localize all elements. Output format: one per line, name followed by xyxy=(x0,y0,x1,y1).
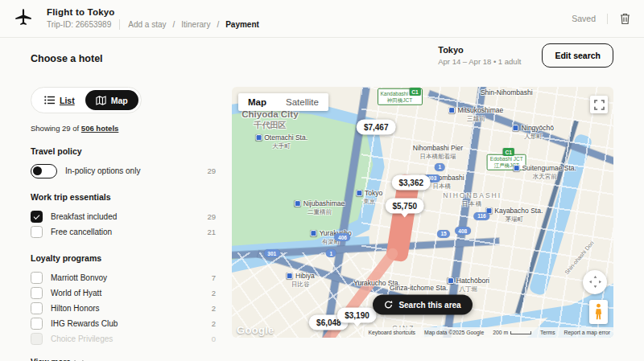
map-label: Hatchōbori八丁堀 xyxy=(448,277,489,294)
map-label: Suitengumae Sta.水天宮前 xyxy=(513,163,576,181)
list-view-label: List xyxy=(60,96,75,105)
checkbox[interactable] xyxy=(31,211,43,223)
edit-search-button[interactable]: Edit search xyxy=(542,43,613,68)
search-city: Tokyo xyxy=(438,44,521,56)
page-header: Choose a hotel Tokyo Apr 14 – Apr 18 • 1… xyxy=(31,42,613,77)
checkbox[interactable] xyxy=(31,287,43,299)
map-label-text: Edobashi JCT xyxy=(490,156,523,162)
checkbox[interactable] xyxy=(31,318,43,330)
map-label: Mitsukoshimae三越前 xyxy=(449,105,504,123)
map-view-button[interactable]: Map xyxy=(85,90,138,110)
map-label: Tokyo東京 xyxy=(356,188,382,206)
map-label-subtext: 二重橋前 xyxy=(295,208,345,216)
filter-label: In-policy options only xyxy=(65,166,140,175)
filter-row[interactable]: Choice Privileges0 xyxy=(31,331,216,347)
filter-label: IHG Rewards Club xyxy=(51,319,118,328)
view-more-link[interactable]: View more xyxy=(31,358,216,361)
filter-row[interactable]: Marriott Bonvoy7 xyxy=(31,270,216,285)
checkbox[interactable] xyxy=(31,302,43,314)
map-label-text: Kayabacho Sta. xyxy=(494,207,543,215)
filter-row[interactable]: In-policy options only29 xyxy=(31,163,216,178)
map-label-subtext: 日比谷 xyxy=(287,281,315,289)
map-label-subtext: 日本橋船着場 xyxy=(413,153,463,161)
metro-station-icon xyxy=(356,190,362,196)
map-label: Shin-Nihombashi xyxy=(481,88,533,96)
hotel-price-marker[interactable]: $3,190 xyxy=(337,307,377,322)
filter-section-title: Work trip essentials xyxy=(31,192,216,202)
checkbox[interactable] xyxy=(31,226,43,238)
results-count-text: Showing 29 of xyxy=(31,124,81,133)
trash-icon[interactable] xyxy=(619,12,631,25)
fullscreen-icon xyxy=(594,100,605,110)
metro-station-icon xyxy=(449,107,456,113)
list-view-button[interactable]: List xyxy=(34,90,85,110)
checkbox[interactable] xyxy=(31,272,43,284)
map-label-text: Suitengumae Sta. xyxy=(522,164,576,172)
filter-row[interactable]: Free cancellation21 xyxy=(31,224,216,240)
map-label-subtext: 神田橋JCT xyxy=(381,97,419,104)
filter-label: Marriott Bonvoy xyxy=(51,273,107,282)
map-label-text: Ginza-itchome Sta. xyxy=(390,284,448,292)
route-shield: 1 xyxy=(435,163,445,171)
map-label: Nijubashimae二重橋前 xyxy=(295,199,345,216)
map-label-subtext: 八丁堀 xyxy=(448,285,489,293)
all-hotels-link[interactable]: 506 hotels xyxy=(81,124,118,133)
trip-title: Flight to Tokyo xyxy=(47,7,259,17)
page-title: Choose a hotel xyxy=(31,53,103,64)
filter-row[interactable]: Hilton Honors2 xyxy=(31,301,216,316)
filter-section: Loyalty programsMarriott Bonvoy7World of… xyxy=(31,253,216,347)
search-summary: Tokyo Apr 14 – Apr 18 • 1 adult xyxy=(438,44,521,68)
satellite-tab[interactable]: Satellite xyxy=(276,93,328,111)
breadcrumb-add-a-stay[interactable]: Add a stay xyxy=(128,20,166,29)
plane-logo-icon[interactable] xyxy=(13,8,34,29)
filter-count: 2 xyxy=(212,289,216,297)
hotel-price-marker[interactable]: $7,467 xyxy=(357,119,396,134)
map-scale-bar xyxy=(510,331,531,334)
route-shield: 15 xyxy=(437,230,450,238)
breadcrumb-payment[interactable]: Payment xyxy=(225,20,259,29)
keyboard-shortcuts-link[interactable]: Keyboard shortcuts xyxy=(368,330,415,335)
filter-label: Breakfast included xyxy=(51,212,117,221)
map-label: Otemachi Sta.大手町 xyxy=(255,133,308,151)
breadcrumb-itinerary[interactable]: Itinerary xyxy=(181,20,210,29)
pegman-control[interactable] xyxy=(589,300,608,324)
route-shield: 116 xyxy=(474,212,490,220)
chevron-down-icon xyxy=(74,356,83,361)
map-label-text: Shin-Nihombashi xyxy=(481,88,533,96)
divider xyxy=(607,14,608,24)
fullscreen-button[interactable] xyxy=(590,96,608,113)
map-tab[interactable]: Map xyxy=(238,93,276,111)
filter-row[interactable]: IHG Rewards Club2 xyxy=(31,316,216,331)
map-scale-label: 200 m xyxy=(493,330,508,335)
policy-toggle[interactable] xyxy=(31,164,57,178)
search-this-area-button[interactable]: Search this area xyxy=(373,295,472,315)
trip-info: Flight to Tokyo Trip-ID: 26653989 Add a … xyxy=(47,7,259,30)
filter-row[interactable]: Breakfast included29 xyxy=(31,209,216,224)
map-label-text: Otemachi Sta. xyxy=(264,134,308,142)
map-label-subtext: 東京 xyxy=(356,198,382,206)
map-icon xyxy=(96,96,106,105)
checkbox[interactable] xyxy=(31,333,43,345)
filter-count: 0 xyxy=(212,334,216,343)
list-icon xyxy=(44,96,55,105)
app-window: Flight to Tokyo Trip-ID: 26653989 Add a … xyxy=(0,0,644,361)
report-map-error-link[interactable]: Report a map error xyxy=(564,330,610,335)
map-label-subtext: 水天宮前 xyxy=(513,173,576,181)
route-shield: C1 xyxy=(409,88,420,96)
map-label-subtext: 大手町 xyxy=(255,143,308,151)
saved-status: Saved xyxy=(572,14,596,23)
route-shield: C1 xyxy=(502,148,514,156)
map-label-text: Mitsukoshimae xyxy=(458,106,504,114)
breadcrumb-separator: / xyxy=(173,20,175,29)
map-canvas[interactable]: Chiyoda City千代田区Otemachi Sta.大手町Kandabas… xyxy=(232,87,613,338)
filter-section-title: Loyalty programs xyxy=(31,253,216,263)
trip-id: Trip-ID: 26653989 xyxy=(47,20,111,29)
terms-link[interactable]: Terms xyxy=(540,330,555,335)
map-label-text: Hatchōbori xyxy=(456,277,489,285)
breadcrumb-separator: / xyxy=(217,20,219,29)
filters-sidebar: List Map Showing 29 of 506 hotels Travel… xyxy=(31,87,216,361)
hotel-price-marker[interactable]: $3,362 xyxy=(391,174,431,190)
hotel-price-marker[interactable]: $5,750 xyxy=(385,199,424,214)
filter-row[interactable]: World of Hyatt2 xyxy=(31,285,216,301)
pan-control-button[interactable] xyxy=(583,270,607,294)
